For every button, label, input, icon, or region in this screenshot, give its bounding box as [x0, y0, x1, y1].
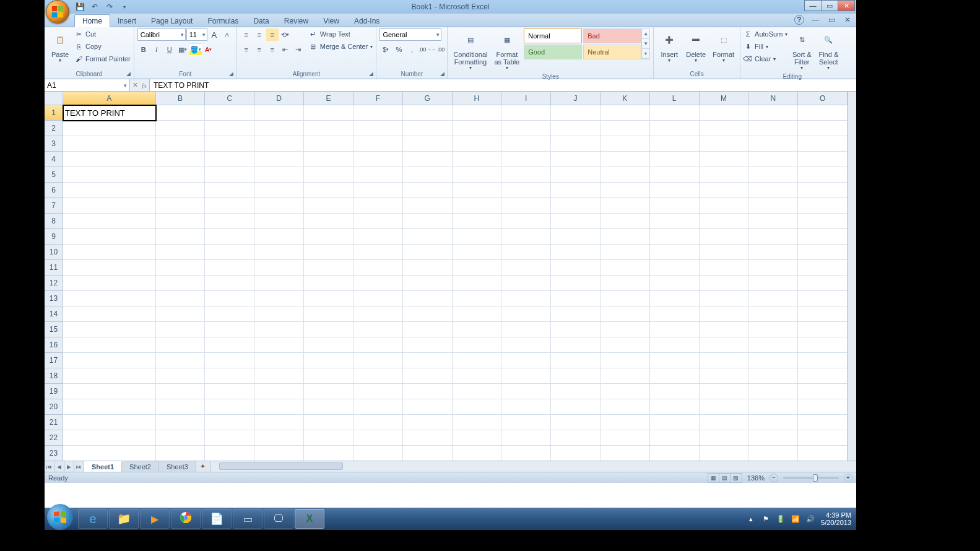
cell-K7[interactable]: [601, 198, 650, 214]
styles-scroll-down[interactable]: ▼: [642, 39, 649, 49]
style-bad[interactable]: Bad: [583, 28, 641, 43]
cell-D8[interactable]: [254, 214, 304, 229]
cell-B3[interactable]: [156, 136, 206, 152]
alignment-dialog-launcher[interactable]: ◢: [367, 70, 375, 77]
cell-L20[interactable]: [650, 399, 700, 415]
cell-J6[interactable]: [551, 183, 601, 198]
format-painter-button[interactable]: 🖌Format Painter: [74, 53, 131, 64]
select-all-corner[interactable]: [45, 92, 63, 105]
undo-icon[interactable]: ↶: [89, 1, 100, 12]
cell-D5[interactable]: [254, 167, 304, 183]
cell-M19[interactable]: [700, 384, 749, 399]
hscroll-thumb[interactable]: [219, 462, 343, 470]
cell-B4[interactable]: [156, 152, 206, 167]
cell-C12[interactable]: [205, 276, 254, 291]
row-header-21[interactable]: 21: [45, 415, 63, 430]
cell-G18[interactable]: [403, 368, 453, 384]
cell-J2[interactable]: [551, 121, 601, 136]
cell-I1[interactable]: [501, 105, 551, 121]
shrink-font-button[interactable]: A: [221, 28, 233, 41]
cell-D3[interactable]: [254, 136, 304, 152]
cell-O15[interactable]: [798, 322, 848, 337]
cell-B6[interactable]: [156, 183, 206, 198]
vertical-scrollbar[interactable]: [848, 92, 856, 461]
cell-C9[interactable]: [205, 229, 254, 245]
cell-A3[interactable]: [63, 136, 156, 152]
cell-K16[interactable]: [601, 337, 650, 353]
row-header-14[interactable]: 14: [45, 306, 63, 322]
cell-O4[interactable]: [798, 152, 848, 167]
italic-button[interactable]: I: [150, 43, 163, 56]
cell-C11[interactable]: [205, 260, 254, 276]
cell-N16[interactable]: [748, 337, 798, 353]
cell-G10[interactable]: [403, 245, 453, 260]
cell-N1[interactable]: [748, 105, 798, 121]
cell-L2[interactable]: [650, 121, 700, 136]
tab-addins[interactable]: Add-Ins: [347, 15, 387, 27]
tray-volume-icon[interactable]: 🔊: [806, 514, 815, 523]
tab-home[interactable]: Home: [74, 14, 110, 27]
cell-F15[interactable]: [353, 322, 403, 337]
row-header-23[interactable]: 23: [45, 446, 63, 461]
cell-L18[interactable]: [650, 368, 700, 384]
cell-A6[interactable]: [63, 183, 156, 198]
align-middle-button[interactable]: ≡: [253, 28, 266, 41]
cell-D13[interactable]: [254, 291, 304, 306]
cell-C8[interactable]: [205, 214, 254, 229]
fill-color-button[interactable]: 🪣▾: [189, 43, 202, 56]
cell-N12[interactable]: [748, 276, 798, 291]
cell-I12[interactable]: [501, 276, 551, 291]
sort-filter-button[interactable]: ⇅Sort & Filter▾: [789, 28, 814, 72]
cell-B13[interactable]: [156, 291, 206, 306]
zoom-level[interactable]: 136%: [747, 474, 765, 482]
cell-J7[interactable]: [551, 198, 601, 214]
format-as-table-button[interactable]: ▦ Format as Table▾: [492, 28, 522, 72]
cell-G15[interactable]: [403, 322, 453, 337]
row-header-4[interactable]: 4: [45, 152, 63, 167]
cell-G2[interactable]: [403, 121, 453, 136]
insert-cells-button[interactable]: ➕Insert▾: [657, 28, 682, 65]
cell-A20[interactable]: [63, 399, 156, 415]
cell-C21[interactable]: [205, 415, 254, 430]
cell-B17[interactable]: [156, 353, 206, 368]
cell-I22[interactable]: [501, 430, 551, 446]
cell-F3[interactable]: [353, 136, 403, 152]
cell-D6[interactable]: [254, 183, 304, 198]
cell-M22[interactable]: [700, 430, 749, 446]
cell-N17[interactable]: [748, 353, 798, 368]
cell-K1[interactable]: [601, 105, 650, 121]
underline-button[interactable]: U: [163, 43, 176, 56]
cell-G12[interactable]: [403, 276, 453, 291]
cell-E17[interactable]: [304, 353, 353, 368]
cell-B18[interactable]: [156, 368, 206, 384]
cell-F14[interactable]: [353, 306, 403, 322]
cell-E20[interactable]: [304, 399, 353, 415]
wrap-text-button[interactable]: ↵Wrap Text: [309, 28, 373, 40]
page-layout-view-button[interactable]: ▤: [719, 474, 731, 482]
cell-H14[interactable]: [453, 306, 502, 322]
cell-C5[interactable]: [205, 167, 254, 183]
cell-D11[interactable]: [254, 260, 304, 276]
cell-K13[interactable]: [601, 291, 650, 306]
cell-N15[interactable]: [748, 322, 798, 337]
cell-K22[interactable]: [601, 430, 650, 446]
zoom-out-button[interactable]: −: [770, 474, 778, 482]
cell-I17[interactable]: [501, 353, 551, 368]
cell-L15[interactable]: [650, 322, 700, 337]
cell-H9[interactable]: [453, 229, 502, 245]
cell-N8[interactable]: [748, 214, 798, 229]
column-header-B[interactable]: B: [156, 92, 206, 105]
cell-O5[interactable]: [798, 167, 848, 183]
row-header-12[interactable]: 12: [45, 276, 63, 291]
cell-J20[interactable]: [551, 399, 601, 415]
cell-C10[interactable]: [205, 245, 254, 260]
cell-O20[interactable]: [798, 399, 848, 415]
row-header-19[interactable]: 19: [45, 384, 63, 399]
column-header-K[interactable]: K: [601, 92, 650, 105]
cell-E2[interactable]: [304, 121, 353, 136]
tray-network-icon[interactable]: 📶: [791, 514, 800, 523]
cell-D12[interactable]: [254, 276, 304, 291]
cell-H6[interactable]: [453, 183, 502, 198]
cell-I20[interactable]: [501, 399, 551, 415]
cell-A12[interactable]: [63, 276, 156, 291]
